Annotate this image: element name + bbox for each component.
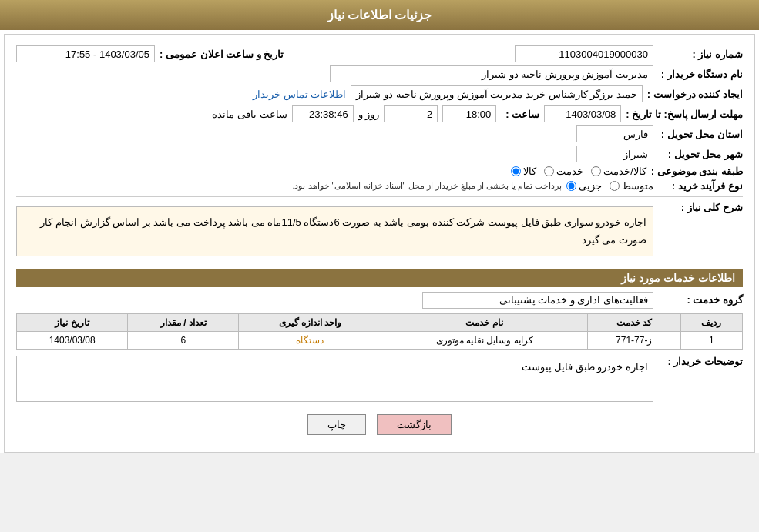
- cell-quantity: 6: [128, 331, 239, 349]
- response-time-value: 18:00: [442, 105, 496, 122]
- response-remaining-label: ساعت باقی مانده: [212, 109, 287, 120]
- province-value: فارس: [576, 125, 653, 142]
- buyer-notes-value: اجاره خودرو طبق فایل پیوست: [522, 361, 648, 373]
- announcement-date-label: تاریخ و ساعت اعلان عمومی :: [160, 49, 284, 60]
- category-khidmat[interactable]: خدمت: [544, 166, 583, 177]
- description-label: شرح کلی نیاز :: [658, 202, 743, 213]
- col-unit: واحد اندازه گیری: [239, 313, 381, 331]
- category-khidmat-label: خدمت: [556, 166, 583, 177]
- description-value: اجاره خودرو سواری طبق فایل پیوست شرکت کن…: [40, 216, 646, 246]
- col-row: ردیف: [680, 313, 743, 331]
- category-kala-khidmat-radio[interactable]: [591, 166, 601, 176]
- cell-unit: دستگاه: [239, 331, 381, 349]
- cell-name: کرایه وسایل نقلیه موتوری: [381, 331, 588, 349]
- response-days-label: روز و: [358, 109, 380, 120]
- buyer-notes-box: اجاره خودرو طبق فایل پیوست: [16, 356, 653, 402]
- response-remaining-value: 23:38:46: [292, 105, 354, 122]
- description-box: اجاره خودرو سواری طبق فایل پیوست شرکت کن…: [16, 206, 653, 256]
- province-label: استان محل تحویل :: [658, 129, 743, 140]
- need-number-label: شماره نیاز :: [658, 49, 743, 60]
- purchase-type-motavasset-label: متوسط: [622, 180, 653, 192]
- service-table: ردیف کد خدمت نام خدمت واحد اندازه گیری ت…: [16, 313, 743, 350]
- divider-1: [16, 196, 743, 197]
- services-section-title: اطلاعات خدمات مورد نیاز: [16, 269, 743, 287]
- service-group-value: فعالیت‌های اداری و خدمات پشتیبانی: [422, 292, 653, 309]
- back-button[interactable]: بازگشت: [377, 414, 452, 435]
- category-kala-label: کالا: [523, 166, 536, 177]
- category-label: طبقه بندی موضوعی :: [651, 166, 743, 177]
- purchase-type-motavasset[interactable]: متوسط: [610, 180, 653, 192]
- service-group-label: گروه خدمت :: [658, 294, 743, 306]
- col-date: تاریخ نیاز: [17, 313, 128, 331]
- print-button[interactable]: چاپ: [307, 414, 366, 435]
- creator-label: ایجاد کننده درخواست :: [647, 89, 743, 100]
- contact-link[interactable]: اطلاعات تماس خریدار: [253, 89, 346, 100]
- buyer-org-value: مدیریت آموزش وپرورش ناحیه دو شیراز: [330, 65, 653, 82]
- purchase-type-jozii-radio[interactable]: [566, 181, 576, 191]
- city-value: شیراز: [576, 146, 653, 162]
- category-khidmat-radio[interactable]: [544, 166, 554, 176]
- cell-row: 1: [680, 331, 743, 349]
- response-date-value: 1403/03/08: [544, 105, 621, 122]
- category-radio-group: کالا/خدمت خدمت کالا: [511, 166, 646, 177]
- category-kala-radio[interactable]: [511, 166, 521, 176]
- purchase-type-jozii[interactable]: جزیی: [566, 180, 602, 192]
- cell-code: ز-77-771: [587, 331, 680, 349]
- button-row: بازگشت چاپ: [16, 405, 743, 444]
- buyer-org-label: نام دستگاه خریدار :: [658, 69, 743, 80]
- response-time-label: ساعت :: [501, 109, 539, 120]
- response-days-value: 2: [384, 105, 438, 122]
- col-name: نام خدمت: [381, 313, 588, 331]
- purchase-type-radio-group: متوسط جزیی: [566, 180, 653, 192]
- col-quantity: تعداد / مقدار: [128, 313, 239, 331]
- category-kala[interactable]: کالا: [511, 166, 536, 177]
- creator-value: حمید برزگر کارشناس خرید مدیریت آموزش وپر…: [351, 85, 643, 102]
- category-kala-khidmat[interactable]: کالا/خدمت: [591, 166, 646, 177]
- page-title: جزئیات اطلاعات نیاز: [0, 0, 759, 30]
- buyer-notes-label: توضیحات خریدار :: [658, 356, 743, 367]
- announcement-date-value: 1403/03/05 - 17:55: [16, 45, 155, 62]
- category-kala-khidmat-label: کالا/خدمت: [603, 166, 646, 177]
- purchase-type-jozii-label: جزیی: [579, 180, 602, 192]
- city-label: شهر محل تحویل :: [658, 149, 743, 160]
- table-row: 1 ز-77-771 کرایه وسایل نقلیه موتوری دستگ…: [17, 331, 743, 349]
- purchase-type-note: پرداخت تمام یا بخشی از مبلغ خریدار از مح…: [292, 181, 562, 191]
- purchase-type-motavasset-radio[interactable]: [610, 181, 620, 191]
- purchase-type-label: نوع فرآیند خرید :: [658, 180, 743, 192]
- col-code: کد خدمت: [587, 313, 680, 331]
- cell-date: 1403/03/08: [17, 331, 128, 349]
- need-number-value: 1103004019000030: [515, 45, 653, 62]
- response-deadline-label: مهلت ارسال پاسخ: تا تاریخ :: [626, 109, 743, 120]
